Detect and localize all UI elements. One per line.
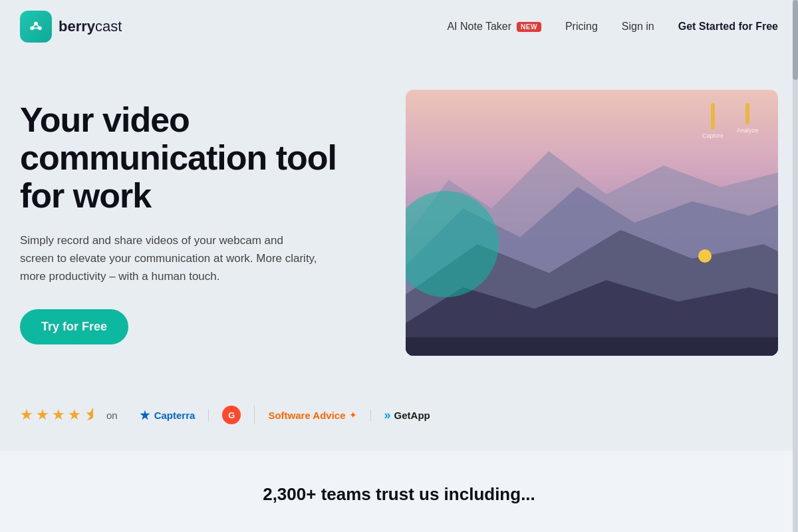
capterra-label: Capterra	[154, 410, 196, 421]
nav-get-started[interactable]: Get Started for Free	[678, 21, 778, 33]
svg-line-4	[36, 23, 40, 28]
star-2: ★	[36, 406, 49, 424]
hero-image: Capture Analyze	[406, 90, 778, 356]
star-5: ⯨	[84, 406, 98, 424]
stars-container: ★ ★ ★ ★ ⯨	[20, 406, 98, 424]
trust-title: 2,300+ teams trust us including...	[20, 484, 778, 505]
scrollbar-thumb[interactable]	[793, 0, 798, 80]
ui-element-capture: Capture	[702, 103, 724, 139]
logo-text: berrycast	[59, 18, 122, 35]
hero-content: Your video communication tool for work S…	[20, 101, 379, 344]
ui-overlay: Capture Analyze	[702, 103, 758, 139]
analyze-bar	[745, 103, 749, 124]
analyze-label: Analyze	[737, 127, 758, 134]
hero-title: Your video communication tool for work	[20, 101, 379, 215]
capterra-icon: Capterra	[139, 409, 196, 421]
star-3: ★	[52, 406, 65, 424]
nav-pricing[interactable]: Pricing	[565, 21, 598, 33]
logo-icon	[20, 11, 52, 43]
svg-marker-12	[140, 410, 150, 420]
star-1: ★	[20, 406, 33, 424]
hero-description: Simply record and share videos of your w…	[20, 231, 319, 286]
hero-img-container: Capture Analyze	[406, 90, 778, 356]
g2-icon: G	[222, 406, 241, 424]
yellow-dot-decoration	[698, 249, 712, 263]
ratings-section: ★ ★ ★ ★ ⯨ on Capterra G Software Advice …	[0, 399, 798, 451]
nav-ai-note-taker[interactable]: AI Note Taker NEW	[447, 21, 541, 33]
getapp-partner[interactable]: » GetApp	[371, 408, 444, 422]
capture-label: Capture	[702, 132, 724, 139]
software-advice-partner[interactable]: Software Advice ✦	[255, 410, 370, 421]
getapp-icon: » GetApp	[384, 408, 430, 422]
try-free-button[interactable]: Try for Free	[20, 309, 128, 344]
navbar-links: AI Note Taker NEW Pricing Sign in Get St…	[447, 21, 778, 33]
trust-section: 2,300+ teams trust us including...	[0, 451, 798, 532]
capterra-partner[interactable]: Capterra	[126, 409, 209, 421]
svg-line-3	[32, 23, 36, 28]
star-4: ★	[68, 406, 81, 424]
new-badge: NEW	[517, 22, 541, 32]
getapp-label: GetApp	[394, 410, 430, 421]
navbar: berrycast AI Note Taker NEW Pricing Sign…	[0, 0, 798, 53]
svg-rect-11	[406, 337, 778, 356]
getapp-arrows: »	[384, 408, 391, 422]
ui-element-analyze: Analyze	[737, 103, 758, 139]
g2-partner[interactable]: G	[209, 406, 255, 424]
nav-sign-in[interactable]: Sign in	[622, 21, 654, 33]
scrollbar[interactable]	[793, 0, 798, 532]
logo[interactable]: berrycast	[20, 11, 122, 43]
hero-section: Your video communication tool for work S…	[0, 53, 798, 399]
capture-bar	[711, 103, 715, 130]
software-advice-icon: Software Advice ✦	[268, 410, 356, 421]
on-text: on	[106, 410, 118, 421]
